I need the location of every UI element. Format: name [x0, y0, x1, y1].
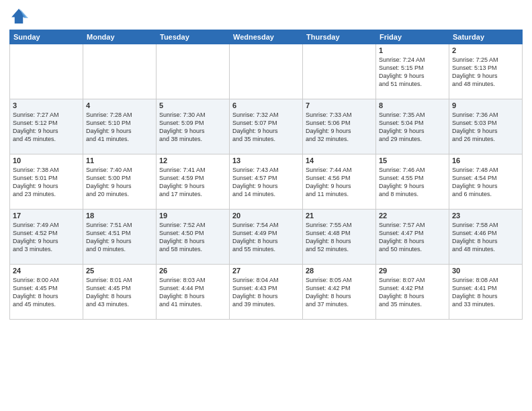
- calendar-cell: 13Sunrise: 7:43 AM Sunset: 4:57 PM Dayli…: [230, 154, 303, 210]
- day-number: 16: [452, 156, 519, 165]
- calendar-cell: 24Sunrise: 8:00 AM Sunset: 4:45 PM Dayli…: [10, 265, 83, 320]
- day-number: 15: [379, 156, 446, 165]
- weekday-header: Monday: [83, 30, 157, 44]
- calendar-cell: 19Sunrise: 7:52 AM Sunset: 4:50 PM Dayli…: [157, 210, 230, 265]
- day-number: 24: [13, 267, 80, 275]
- day-number: 4: [86, 101, 153, 109]
- calendar-cell: 21Sunrise: 7:55 AM Sunset: 4:48 PM Dayli…: [303, 210, 376, 265]
- day-info: Sunrise: 7:25 AM Sunset: 5:13 PM Dayligh…: [452, 56, 519, 89]
- weekday-header: Wednesday: [230, 30, 303, 44]
- calendar-cell: 15Sunrise: 7:46 AM Sunset: 4:55 PM Dayli…: [376, 154, 449, 210]
- calendar-week-row: 3Sunrise: 7:27 AM Sunset: 5:12 PM Daylig…: [10, 99, 523, 154]
- day-info: Sunrise: 7:57 AM Sunset: 4:47 PM Dayligh…: [379, 221, 446, 254]
- calendar-cell: [83, 44, 157, 99]
- calendar-week-row: 1Sunrise: 7:24 AM Sunset: 5:15 PM Daylig…: [10, 44, 523, 99]
- day-info: Sunrise: 7:58 AM Sunset: 4:46 PM Dayligh…: [452, 221, 519, 254]
- calendar-cell: 1Sunrise: 7:24 AM Sunset: 5:15 PM Daylig…: [376, 44, 449, 99]
- calendar-week-row: 10Sunrise: 7:38 AM Sunset: 5:01 PM Dayli…: [10, 154, 523, 210]
- weekday-header: Sunday: [10, 30, 83, 44]
- calendar-cell: [230, 44, 303, 99]
- calendar-cell: 22Sunrise: 7:57 AM Sunset: 4:47 PM Dayli…: [376, 210, 449, 265]
- day-info: Sunrise: 7:28 AM Sunset: 5:10 PM Dayligh…: [86, 111, 153, 144]
- day-number: 18: [86, 212, 153, 220]
- day-number: 12: [159, 156, 226, 165]
- calendar-cell: 14Sunrise: 7:44 AM Sunset: 4:56 PM Dayli…: [303, 154, 376, 210]
- day-number: 7: [306, 101, 373, 109]
- day-info: Sunrise: 8:05 AM Sunset: 4:42 PM Dayligh…: [306, 276, 373, 309]
- calendar-cell: 28Sunrise: 8:05 AM Sunset: 4:42 PM Dayli…: [303, 265, 376, 320]
- day-info: Sunrise: 7:54 AM Sunset: 4:49 PM Dayligh…: [232, 221, 300, 254]
- day-number: 22: [379, 212, 446, 220]
- calendar-cell: [10, 44, 83, 99]
- weekday-header: Friday: [376, 30, 449, 44]
- calendar-cell: 10Sunrise: 7:38 AM Sunset: 5:01 PM Dayli…: [10, 154, 83, 210]
- day-number: 9: [452, 101, 519, 109]
- page: SundayMondayTuesdayWednesdayThursdayFrid…: [0, 0, 532, 411]
- day-info: Sunrise: 7:32 AM Sunset: 5:07 PM Dayligh…: [232, 111, 300, 144]
- day-info: Sunrise: 8:07 AM Sunset: 4:42 PM Dayligh…: [379, 276, 446, 309]
- calendar-cell: 9Sunrise: 7:36 AM Sunset: 5:03 PM Daylig…: [449, 99, 523, 154]
- calendar-cell: 2Sunrise: 7:25 AM Sunset: 5:13 PM Daylig…: [449, 44, 523, 99]
- day-number: 10: [13, 156, 80, 165]
- calendar-cell: 12Sunrise: 7:41 AM Sunset: 4:59 PM Dayli…: [157, 154, 230, 210]
- calendar-cell: 4Sunrise: 7:28 AM Sunset: 5:10 PM Daylig…: [83, 99, 157, 154]
- calendar-cell: 3Sunrise: 7:27 AM Sunset: 5:12 PM Daylig…: [10, 99, 83, 154]
- calendar-cell: 26Sunrise: 8:03 AM Sunset: 4:44 PM Dayli…: [157, 265, 230, 320]
- calendar-cell: [157, 44, 230, 99]
- calendar-header-row: SundayMondayTuesdayWednesdayThursdayFrid…: [10, 30, 523, 44]
- day-info: Sunrise: 7:24 AM Sunset: 5:15 PM Dayligh…: [379, 56, 446, 89]
- day-number: 1: [379, 46, 446, 54]
- day-info: Sunrise: 7:40 AM Sunset: 5:00 PM Dayligh…: [86, 166, 153, 199]
- calendar-cell: 23Sunrise: 7:58 AM Sunset: 4:46 PM Dayli…: [449, 210, 523, 265]
- day-number: 14: [306, 156, 373, 165]
- calendar-cell: 17Sunrise: 7:49 AM Sunset: 4:52 PM Dayli…: [10, 210, 83, 265]
- calendar-cell: 25Sunrise: 8:01 AM Sunset: 4:45 PM Dayli…: [83, 265, 157, 320]
- day-info: Sunrise: 7:41 AM Sunset: 4:59 PM Dayligh…: [159, 166, 226, 199]
- day-number: 6: [232, 101, 300, 109]
- logo-icon: [9, 7, 28, 26]
- day-info: Sunrise: 7:38 AM Sunset: 5:01 PM Dayligh…: [13, 166, 80, 199]
- header: [9, 7, 523, 26]
- day-info: Sunrise: 8:01 AM Sunset: 4:45 PM Dayligh…: [86, 276, 153, 309]
- weekday-header: Saturday: [449, 30, 523, 44]
- day-info: Sunrise: 7:49 AM Sunset: 4:52 PM Dayligh…: [13, 221, 80, 254]
- day-info: Sunrise: 7:27 AM Sunset: 5:12 PM Dayligh…: [13, 111, 80, 144]
- day-number: 21: [306, 212, 373, 220]
- calendar-cell: 30Sunrise: 8:08 AM Sunset: 4:41 PM Dayli…: [449, 265, 523, 320]
- day-number: 27: [232, 267, 300, 275]
- day-number: 3: [13, 101, 80, 109]
- day-number: 28: [306, 267, 373, 275]
- day-number: 11: [86, 156, 153, 165]
- day-number: 25: [86, 267, 153, 275]
- day-info: Sunrise: 7:43 AM Sunset: 4:57 PM Dayligh…: [232, 166, 300, 199]
- calendar: SundayMondayTuesdayWednesdayThursdayFrid…: [9, 30, 523, 320]
- calendar-cell: 29Sunrise: 8:07 AM Sunset: 4:42 PM Dayli…: [376, 265, 449, 320]
- day-number: 5: [159, 101, 226, 109]
- day-number: 2: [452, 46, 519, 54]
- calendar-cell: [303, 44, 376, 99]
- weekday-header: Tuesday: [157, 30, 230, 44]
- calendar-cell: 27Sunrise: 8:04 AM Sunset: 4:43 PM Dayli…: [230, 265, 303, 320]
- day-info: Sunrise: 7:36 AM Sunset: 5:03 PM Dayligh…: [452, 111, 519, 144]
- day-number: 8: [379, 101, 446, 109]
- day-info: Sunrise: 7:35 AM Sunset: 5:04 PM Dayligh…: [379, 111, 446, 144]
- day-info: Sunrise: 7:30 AM Sunset: 5:09 PM Dayligh…: [159, 111, 226, 144]
- day-number: 20: [232, 212, 300, 220]
- day-info: Sunrise: 8:03 AM Sunset: 4:44 PM Dayligh…: [159, 276, 226, 309]
- day-info: Sunrise: 8:00 AM Sunset: 4:45 PM Dayligh…: [13, 276, 80, 309]
- calendar-week-row: 24Sunrise: 8:00 AM Sunset: 4:45 PM Dayli…: [10, 265, 523, 320]
- calendar-cell: 18Sunrise: 7:51 AM Sunset: 4:51 PM Dayli…: [83, 210, 157, 265]
- day-info: Sunrise: 7:44 AM Sunset: 4:56 PM Dayligh…: [306, 166, 373, 199]
- day-number: 17: [13, 212, 80, 220]
- weekday-header: Thursday: [303, 30, 376, 44]
- day-info: Sunrise: 8:08 AM Sunset: 4:41 PM Dayligh…: [452, 276, 519, 309]
- calendar-cell: 20Sunrise: 7:54 AM Sunset: 4:49 PM Dayli…: [230, 210, 303, 265]
- day-number: 30: [452, 267, 519, 275]
- day-info: Sunrise: 8:04 AM Sunset: 4:43 PM Dayligh…: [232, 276, 300, 309]
- calendar-cell: 16Sunrise: 7:48 AM Sunset: 4:54 PM Dayli…: [449, 154, 523, 210]
- logo: [9, 7, 31, 26]
- calendar-cell: 8Sunrise: 7:35 AM Sunset: 5:04 PM Daylig…: [376, 99, 449, 154]
- day-number: 29: [379, 267, 446, 275]
- day-number: 23: [452, 212, 519, 220]
- day-info: Sunrise: 7:33 AM Sunset: 5:06 PM Dayligh…: [306, 111, 373, 144]
